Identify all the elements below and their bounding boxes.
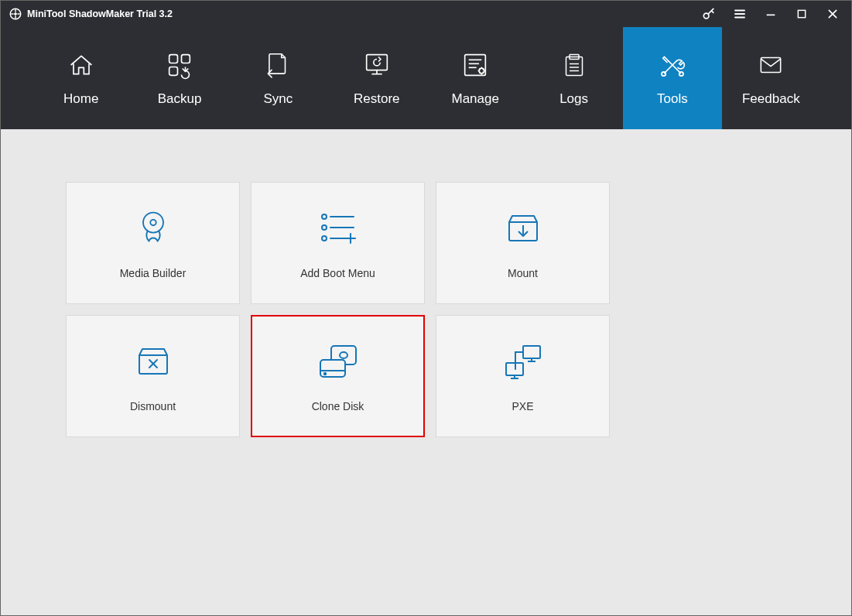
menu-icon[interactable]: [726, 1, 754, 27]
titlebar-controls: [695, 1, 847, 27]
nav-label: Feedback: [742, 91, 800, 107]
svg-rect-48: [523, 346, 540, 358]
tools-grid: Media Builder Add Boot Menu: [1, 129, 851, 615]
main-nav: Home Backup Sy: [1, 27, 851, 129]
feedback-icon: [755, 50, 786, 80]
nav-label: Logs: [559, 91, 588, 107]
tile-pxe[interactable]: PXE: [436, 315, 610, 437]
media-builder-icon: [133, 207, 173, 250]
nav-sync[interactable]: Sync: [229, 27, 327, 129]
nav-label: Backup: [158, 91, 202, 107]
svg-point-30: [322, 214, 327, 219]
backup-icon: [164, 50, 195, 80]
manage-icon: [460, 50, 491, 80]
nav-label: Sync: [264, 91, 293, 107]
tile-add-boot-menu[interactable]: Add Boot Menu: [251, 182, 425, 304]
sync-icon: [263, 50, 293, 80]
titlebar-left: MiniTool ShadowMaker Trial 3.2: [5, 7, 173, 21]
nav-backup[interactable]: Backup: [130, 27, 228, 129]
tile-mount[interactable]: Mount: [436, 182, 610, 304]
dismount-icon: [135, 340, 172, 383]
tile-media-builder[interactable]: Media Builder: [66, 182, 240, 304]
nav-manage[interactable]: Manage: [426, 27, 525, 129]
app-logo-icon: [9, 7, 22, 21]
tile-label: Mount: [508, 267, 538, 279]
nav-label: Manage: [451, 91, 498, 107]
titlebar: MiniTool ShadowMaker Trial 3.2: [1, 1, 851, 27]
tile-label: Clone Disk: [312, 400, 364, 412]
svg-rect-6: [798, 10, 805, 17]
svg-point-29: [150, 220, 156, 225]
svg-rect-27: [761, 58, 781, 73]
svg-rect-9: [169, 55, 178, 63]
tile-label: Dismount: [130, 400, 176, 412]
nav-label: Restore: [354, 91, 400, 107]
svg-rect-10: [182, 55, 190, 63]
maximize-button[interactable]: [788, 1, 816, 27]
svg-point-34: [322, 236, 327, 241]
app-window: MiniTool ShadowMaker Trial 3.2: [0, 0, 852, 616]
svg-point-44: [340, 352, 347, 358]
nav-label: Tools: [657, 91, 688, 107]
key-icon[interactable]: [695, 1, 723, 27]
nav-home[interactable]: Home: [32, 27, 130, 129]
window-title: MiniTool ShadowMaker Trial 3.2: [27, 9, 173, 19]
svg-point-28: [143, 213, 163, 233]
svg-point-32: [322, 225, 327, 230]
tile-label: PXE: [512, 400, 533, 412]
svg-rect-15: [465, 55, 486, 76]
minimize-button[interactable]: [757, 1, 785, 27]
tile-label: Media Builder: [120, 267, 186, 279]
tools-icon: [656, 50, 689, 80]
svg-point-26: [679, 72, 683, 76]
restore-icon: [361, 50, 393, 80]
tile-label: Add Boot Menu: [300, 267, 375, 279]
mount-icon: [505, 207, 542, 250]
add-boot-menu-icon: [317, 207, 360, 250]
svg-rect-12: [366, 55, 387, 70]
svg-point-47: [323, 373, 325, 375]
tile-dismount[interactable]: Dismount: [66, 315, 240, 437]
home-icon: [66, 50, 97, 80]
nav-restore[interactable]: Restore: [327, 27, 426, 129]
nav-label: Home: [63, 91, 98, 107]
logs-icon: [560, 50, 588, 80]
pxe-icon: [501, 340, 545, 383]
nav-feedback[interactable]: Feedback: [722, 27, 820, 129]
nav-logs[interactable]: Logs: [525, 27, 623, 129]
tile-clone-disk[interactable]: Clone Disk: [251, 315, 425, 437]
clone-disk-icon: [316, 340, 361, 383]
svg-point-25: [662, 72, 666, 76]
svg-rect-11: [169, 67, 178, 76]
close-button[interactable]: [819, 1, 847, 27]
nav-tools[interactable]: Tools: [623, 27, 721, 129]
